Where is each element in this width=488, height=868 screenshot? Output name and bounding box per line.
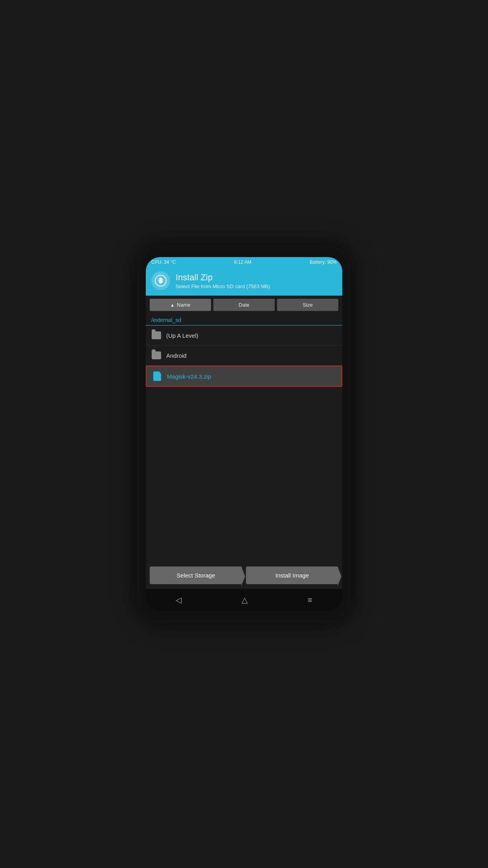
bottom-buttons: Select Storage Install Image bbox=[146, 562, 342, 589]
list-item[interactable]: Android bbox=[146, 346, 342, 366]
install-image-button[interactable]: Install Image bbox=[246, 566, 338, 584]
sort-size-button[interactable]: Size bbox=[277, 299, 338, 311]
folder-icon bbox=[151, 350, 161, 360]
file-list[interactable]: (Up A Level) Android Magisk-v24.3.zip bbox=[146, 326, 342, 562]
app-title-block: Install Zip Select File from Micro SD ca… bbox=[176, 272, 270, 289]
file-name: Android bbox=[166, 352, 187, 359]
select-storage-button[interactable]: Select Storage bbox=[150, 566, 242, 584]
sort-bar: ▲ Name Date Size bbox=[146, 296, 342, 314]
app-subtitle: Select File from Micro SD card (7563 MB) bbox=[176, 283, 270, 289]
battery-status: Battery: 90% bbox=[310, 259, 337, 265]
zip-file-icon bbox=[152, 371, 162, 381]
current-path: /external_sd bbox=[151, 317, 181, 323]
app-header: Install Zip Select File from Micro SD ca… bbox=[146, 267, 342, 296]
folder-icon bbox=[151, 330, 161, 340]
app-title: Install Zip bbox=[176, 272, 270, 283]
time-status: 6:12 AM bbox=[234, 259, 251, 265]
phone-screen: CPU: 34 °C 6:12 AM Battery: 90% Install … bbox=[146, 257, 342, 611]
sort-size-label: Size bbox=[303, 302, 312, 308]
file-browser: ▲ Name Date Size /external_sd bbox=[146, 296, 342, 589]
sort-name-label: Name bbox=[177, 302, 191, 308]
file-name: (Up A Level) bbox=[166, 332, 198, 339]
list-item-selected[interactable]: Magisk-v24.3.zip bbox=[146, 366, 342, 387]
sort-date-label: Date bbox=[238, 302, 249, 308]
zip-file-name: Magisk-v24.3.zip bbox=[167, 373, 211, 380]
app-icon bbox=[151, 271, 170, 290]
list-item[interactable]: (Up A Level) bbox=[146, 326, 342, 346]
home-button[interactable]: △ bbox=[234, 594, 255, 606]
path-bar: /external_sd bbox=[146, 314, 342, 326]
phone-device: CPU: 34 °C 6:12 AM Battery: 90% Install … bbox=[138, 245, 350, 623]
back-button[interactable]: ◁ bbox=[168, 594, 189, 606]
sort-name-button[interactable]: ▲ Name bbox=[150, 299, 211, 311]
menu-button[interactable]: ≡ bbox=[300, 594, 320, 606]
sort-date-button[interactable]: Date bbox=[213, 299, 275, 311]
sort-arrow-icon: ▲ bbox=[170, 303, 174, 307]
status-bar: CPU: 34 °C 6:12 AM Battery: 90% bbox=[146, 257, 342, 267]
cpu-status: CPU: 34 °C bbox=[151, 259, 176, 265]
nav-bar: ◁ △ ≡ bbox=[146, 589, 342, 611]
